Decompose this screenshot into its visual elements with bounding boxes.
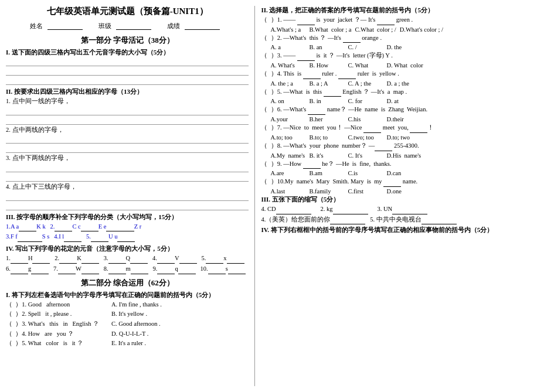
I2-q3: （ ）3. What's this in English ？ C. Good a…	[6, 320, 249, 329]
right-q2: （ ）2. —What's this ？ —It's orange .	[261, 34, 548, 43]
name-label: 姓名	[30, 22, 87, 30]
right-q7: （ ）7. —Nice to meet you！ —Nice meet you,…	[261, 124, 548, 133]
II-q1-lines	[6, 107, 249, 125]
part2-title: 第二部分 综合运用（62分）	[6, 278, 249, 288]
right-III-items: 4. CD 2. kg 3. UN	[261, 205, 548, 214]
score-label: 成绩	[167, 22, 225, 30]
right-q5-options: A. on B. in C. for D. at	[270, 98, 548, 104]
I2-q1: （ ）1. Good afternoon A. I'm fine , thank…	[6, 301, 249, 309]
I2-q5: （ ）5. What color is it ？ E. It's a ruler…	[6, 339, 249, 348]
right-q6-options: A.your B.her C.his D.their	[270, 116, 548, 122]
right-q7-options: A.to; too B.to; to C.two; too D.to; two	[270, 134, 548, 141]
right-q10: （ ）10.My name's Mary Smith. Mary is my n…	[261, 178, 548, 187]
right-q4: （ ）4. This is ruler . ruler is yellow .	[261, 70, 548, 79]
page-title: 七年级英语单元测试题（预备篇-UNIT1）	[6, 6, 249, 17]
IV-items-2: 6. g 7. W 8. m 9. q 10. s	[6, 265, 249, 274]
III-items-2: 3.F f S s 4.I l 5. U u	[6, 233, 249, 242]
right-q2-options: A. a B. an C. / D. the	[270, 44, 548, 50]
section-I2-title: I. 将下列左栏备选语句中的字母序号填写在正确的问题前的括号内（5分）	[6, 291, 249, 299]
II-q4-lines	[6, 193, 249, 210]
I2-q4: （ ）4. How are you ？ D. Q-U-I-L-T .	[6, 330, 249, 339]
section-IV-title: IV. 写出下列字母的花定的元音（注意字母的大小写，5分）	[6, 244, 249, 253]
right-q8-options: A.My name's B. it's C. It's D.His name's	[270, 152, 548, 159]
right-q9-options: A.are B.am C.is D.can	[270, 170, 548, 176]
right-q1: （ ）1. —— is your jacket ？— It's green .	[261, 16, 548, 25]
left-column: 七年级英语单元测试题（预备篇-UNIT1） 姓名 班级 成绩 第一部分 字母活记…	[6, 6, 255, 386]
III-items-1: 1.A a K k 2. C c E e Z r	[6, 223, 249, 232]
I2-q2: （ ）2. Spell it , please . B. It's yellow…	[6, 310, 249, 319]
right-q5: （ ）5. —What is this English ？ —It's a ma…	[261, 88, 548, 97]
student-info: 姓名 班级 成绩	[6, 22, 249, 30]
main-page: 七年级英语单元测试题（预备篇-UNIT1） 姓名 班级 成绩 第一部分 字母活记…	[0, 0, 554, 392]
section-III-title: III. 按字母的顺序补全下列字母的分类（大小写均写，15分）	[6, 213, 249, 221]
section-II-title: II. 按要求出四级三格内写出相应的字母（13分）	[6, 87, 249, 96]
right-q4-options: A. the ; a B. a ; A C. A ; the D. a ; th…	[270, 80, 548, 87]
right-q3-options: A. What's B. How C. What D. What color	[270, 62, 548, 69]
right-column: II. 选择题，把正确的答案的序号填写在题前的括号内（5分） （ ）1. —— …	[255, 6, 548, 386]
II-q3: 3. 点中下两线的字母，	[6, 154, 249, 163]
vowel-writing-area	[6, 58, 249, 85]
right-IV-title: IV. 将下列右框框中的括号前的字母序号填写在正确的相应事物前的括号内（5分）	[261, 226, 548, 234]
right-III-title: III. 五张下面的缩写（5分）	[261, 195, 548, 204]
II-q3-lines	[6, 164, 249, 182]
IV-items-1: 1. H 2. K 3. Q 4. V 5. x	[6, 254, 249, 264]
right-q8: （ ）8. —What's your phone number？ — 255-4…	[261, 142, 548, 151]
right-q3: （ ）3. —— is it ？ —It's letter (字母) Y .	[261, 52, 548, 61]
II-q1: 1. 点中间一线的字母，	[6, 97, 249, 106]
right-q1-options: A.What's ; a B.What color ; a C.What col…	[270, 26, 548, 33]
right-q9: （ ）9. —How he？ —He is fine, thanks.	[261, 160, 548, 169]
right-q6: （ ）6. —What's name？ —He name is Zhang We…	[261, 105, 548, 115]
class-label: 班级	[98, 22, 156, 30]
II-q4: 4. 点上中下三线的字母，	[6, 183, 249, 192]
section-I-title: I. 送下面的四级三格内写出五个元音字母的大小写（5分）	[6, 48, 249, 57]
part1-title: 第一部分 字母活记（38分）	[6, 35, 249, 46]
right-II-title: II. 选择题，把正确的答案的序号填写在题前的括号内（5分）	[261, 6, 548, 15]
II-q2-lines	[6, 135, 249, 153]
right-q10-options: A.last B.family C.first D.one	[270, 188, 548, 195]
right-III-items2: 4.（美英）给您面前的你 5. 中共中央电视台	[261, 216, 548, 225]
II-q2: 2. 点中两线的字母，	[6, 126, 249, 135]
